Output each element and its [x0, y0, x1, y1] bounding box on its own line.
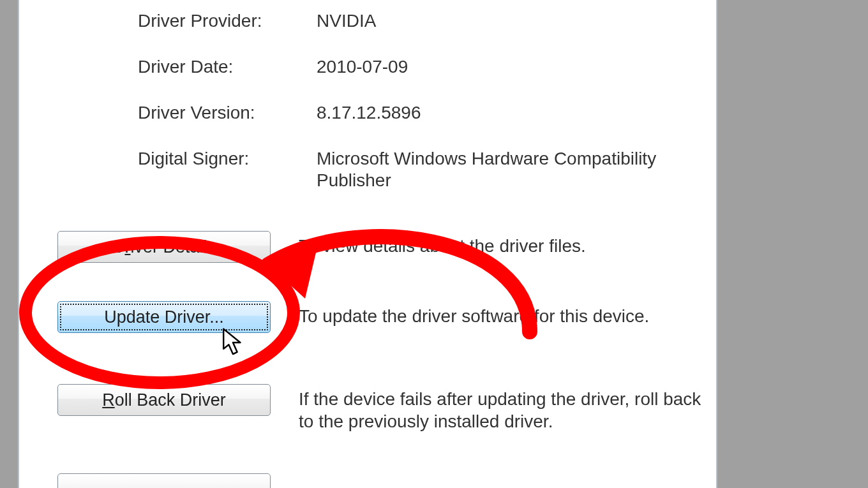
driver-provider-value: NVIDIA	[317, 10, 703, 32]
roll-back-driver-button[interactable]: Roll Back Driver	[57, 384, 271, 416]
driver-date-row: Driver Date: 2010-07-09	[138, 56, 703, 78]
update-driver-desc: To update the driver software for this d…	[299, 301, 703, 327]
digital-signer-row: Digital Signer: Microsoft Windows Hardwa…	[138, 148, 703, 191]
driver-details-desc: To view details about the driver files.	[299, 231, 703, 257]
driver-date-label: Driver Date:	[138, 56, 317, 78]
update-driver-button[interactable]: Update Driver...	[57, 301, 271, 333]
driver-properties-panel: Driver Provider: NVIDIA Driver Date: 201…	[18, 0, 717, 488]
digital-signer-label: Digital Signer:	[138, 148, 317, 191]
roll-back-driver-desc: If the device fails after updating the d…	[299, 384, 703, 433]
update-driver-row: Update Driver... To update the driver so…	[57, 301, 703, 333]
driver-version-value: 8.17.12.5896	[317, 102, 703, 124]
extra-button-row	[57, 473, 703, 488]
driver-version-label: Driver Version:	[138, 102, 317, 124]
extra-button-partial[interactable]	[57, 473, 271, 488]
button-label: Roll Back Driver	[102, 390, 226, 410]
driver-provider-label: Driver Provider:	[138, 10, 317, 32]
roll-back-driver-row: Roll Back Driver If the device fails aft…	[57, 384, 703, 433]
driver-provider-row: Driver Provider: NVIDIA	[138, 10, 703, 32]
driver-version-row: Driver Version: 8.17.12.5896	[138, 102, 703, 124]
button-label: Update Driver...	[104, 307, 224, 327]
button-label: Driver Details	[112, 237, 216, 256]
driver-details-row: Driver Details To view details about the…	[57, 231, 703, 263]
driver-date-value: 2010-07-09	[317, 56, 703, 78]
driver-details-button[interactable]: Driver Details	[57, 231, 271, 263]
digital-signer-value: Microsoft Windows Hardware Compatibility…	[317, 148, 703, 191]
